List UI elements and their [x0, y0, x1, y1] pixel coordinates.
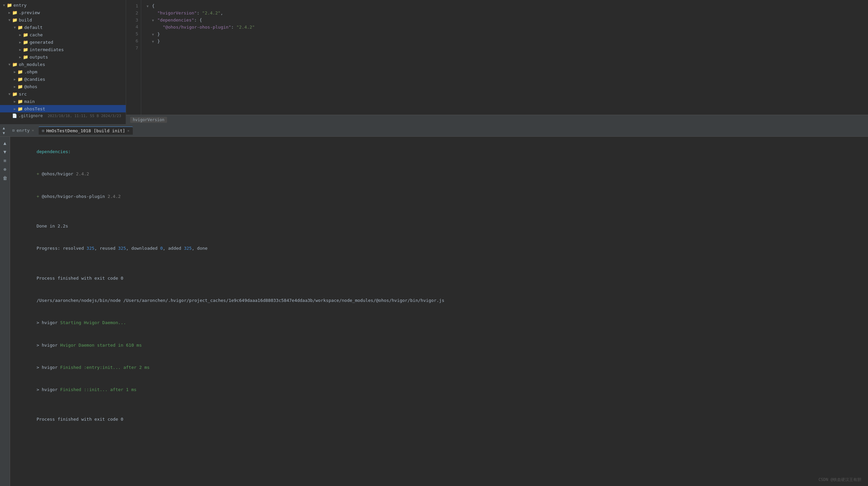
arrow-icon: ▶ [12, 85, 18, 88]
code-line-5: ▼ } [147, 31, 868, 38]
menu-sidebar-icon[interactable]: ≡ [1, 157, 9, 164]
term-text: Done in 2.2s [37, 224, 68, 229]
tree-item-intermediates[interactable]: ▶ 📁 intermediates [0, 46, 126, 53]
terminal-line: + @ohos/hvigor 2.4.2 [16, 163, 863, 185]
down-icon[interactable]: ▼ [3, 131, 5, 135]
tree-item-label: main [24, 99, 35, 104]
tree-item-outputs[interactable]: ▶ 📁 outputs [0, 53, 126, 61]
code-text: "hvigorVersion": "2.4.2", [157, 10, 223, 17]
tab-label: enrty [17, 128, 30, 133]
editor-area: 1 2 3 4 5 6 7 ▼ { [126, 0, 868, 124]
tab-build[interactable]: ⊡ HmOsTestDemo_1018 [build init] × [39, 126, 133, 135]
terminal-line: Process finished with exit code 0 [16, 267, 863, 289]
arrow-icon: ▶ [18, 33, 23, 37]
close-icon[interactable]: × [127, 128, 129, 133]
term-text: Progress: resolved [37, 246, 87, 251]
tree-item-default[interactable]: ▼ 📁 default [0, 24, 126, 31]
terminal-line: > hvigor Finished :entry:init... after 2… [16, 356, 863, 379]
arrow-icon: ▼ [7, 18, 12, 22]
fold-icon[interactable]: ▼ [147, 4, 151, 9]
arrow-icon: ▶ [12, 70, 18, 74]
folder-icon: 📁 [23, 32, 28, 37]
file-icon: 📄 [12, 113, 17, 118]
trash-sidebar-icon[interactable]: 🗑 [1, 174, 9, 182]
tree-item-generated[interactable]: ▶ 📁 generated [0, 38, 126, 46]
terminal-line-empty [16, 260, 863, 267]
folder-icon: 📁 [23, 47, 28, 52]
terminal-output[interactable]: dependencies: + @ohos/hvigor 2.4.2 + @oh… [10, 137, 868, 486]
term-text: /Users/aaronchen/nodejs/bin/node /Users/… [37, 298, 444, 303]
add-sidebar-icon[interactable]: ⊕ [1, 166, 9, 173]
fold-icon[interactable]: ▼ [152, 39, 156, 45]
tree-item-label: ohosTest [24, 106, 45, 111]
term-text: + [37, 194, 42, 199]
code-text: } [157, 31, 160, 38]
tree-item-label: build [19, 18, 32, 23]
arrow-icon: ▼ [1, 3, 7, 7]
tree-item-oh-modules[interactable]: ▼ 📁 oh_modules [0, 61, 126, 68]
tree-item-ohos[interactable]: ▶ 📁 @ohos [0, 83, 126, 90]
term-text: + [37, 171, 42, 176]
arrow-icon: ▶ [7, 11, 12, 15]
tree-item-label: oh_modules [19, 62, 45, 67]
code-text: "@ohos/hvigor-ohos-plugin": "2.4.2" [163, 24, 255, 31]
tree-item-build[interactable]: ▼ 📁 build [0, 16, 126, 24]
terminal-line: Progress: resolved 325, reused 325, down… [16, 237, 863, 259]
tab-entry[interactable]: ⊡ enrty × [9, 126, 37, 134]
fold-icon[interactable]: ▼ [152, 32, 156, 37]
tree-item-preview[interactable]: ▶ 📁 .preview [0, 9, 126, 16]
tree-item-label: @ohos [24, 84, 37, 89]
code-editor[interactable]: ▼ { "hvigorVersion": "2.4.2", ▼ [141, 0, 868, 115]
watermark: CSDN @铁血硬汉王有胆 [818, 477, 861, 483]
folder-icon: 📁 [12, 91, 18, 96]
close-icon[interactable]: × [32, 128, 34, 133]
tooltip-tag: hvigorVersion [130, 117, 167, 123]
tree-item-ohostest[interactable]: ▶ 📁 ohosTest [0, 105, 126, 112]
terminal-sidebar: ▲ ▼ ≡ ⊕ 🗑 [0, 137, 10, 486]
code-line-4: "@ohos/hvigor-ohos-plugin": "2.4.2" [147, 24, 868, 31]
fold-icon[interactable]: ▼ [152, 18, 156, 23]
arrow-icon: ▶ [12, 107, 18, 111]
code-line-2: "hvigorVersion": "2.4.2", [147, 10, 868, 17]
code-text: "dependencies": { [157, 17, 202, 24]
terminal-line: Done in 2.2s [16, 215, 863, 237]
code-line-3: ▼ "dependencies": { [147, 17, 868, 24]
down-sidebar-icon[interactable]: ▼ [1, 148, 9, 155]
term-text: > hvigor [37, 387, 60, 392]
folder-icon: 📁 [18, 84, 23, 89]
arrow-icon: ▼ [12, 26, 18, 29]
tree-root-entry[interactable]: ▼ 📁 entry [0, 1, 126, 9]
tree-item-label: default [24, 25, 43, 30]
tree-item-label: cache [30, 32, 43, 37]
folder-icon: 📁 [12, 18, 18, 22]
tree-item-candies[interactable]: ▶ 📁 @candies [0, 76, 126, 83]
folder-icon: 📁 [12, 10, 18, 15]
terminal-line: + @ohos/hvigor-ohos-plugin 2.4.2 [16, 185, 863, 208]
tree-item-ohpm[interactable]: ▶ 📁 .ohpm [0, 68, 126, 76]
code-line-7 [147, 45, 868, 52]
tree-item-label: .preview [19, 10, 40, 15]
term-text: > hvigor [37, 365, 60, 370]
tree-item-main[interactable]: ▶ 📁 main [0, 97, 126, 105]
folder-icon: 📁 [18, 25, 23, 30]
arrow-icon: ▶ [12, 78, 18, 81]
code-line-1: ▼ { [147, 3, 868, 10]
folder-icon: 📁 [18, 69, 23, 74]
tree-item-label: intermediates [30, 47, 64, 52]
tree-item-gitignore[interactable]: 📄 .gitignore 2023/10/18, 11:11, 55 B 202… [0, 112, 126, 119]
tree-item-label: .ohpm [24, 69, 37, 75]
tree-item-src[interactable]: ▼ 📁 src [0, 90, 126, 97]
up-sidebar-icon[interactable]: ▲ [1, 139, 9, 147]
tree-item-cache[interactable]: ▶ 📁 cache [0, 31, 126, 38]
folder-icon: 📁 [18, 99, 23, 104]
terminal-line: Process finished with exit code 0 [16, 408, 863, 430]
tree-item-label: entry [13, 3, 27, 8]
arrow-icon: ▶ [12, 99, 18, 103]
terminal-line: > hvigor Hvigor Daemon started in 610 ms [16, 334, 863, 356]
terminal-tabs: ▲ ▼ ⊡ enrty × ⊡ HmOsTestDemo_1018 [build… [0, 124, 868, 137]
up-icon[interactable]: ▲ [3, 126, 5, 130]
term-text: dependencies: [37, 149, 71, 154]
folder-icon: 📁 [23, 40, 28, 45]
terminal-line: > hvigor Starting Hvigor Daemon... [16, 312, 863, 334]
tree-item-label: generated [30, 40, 53, 45]
